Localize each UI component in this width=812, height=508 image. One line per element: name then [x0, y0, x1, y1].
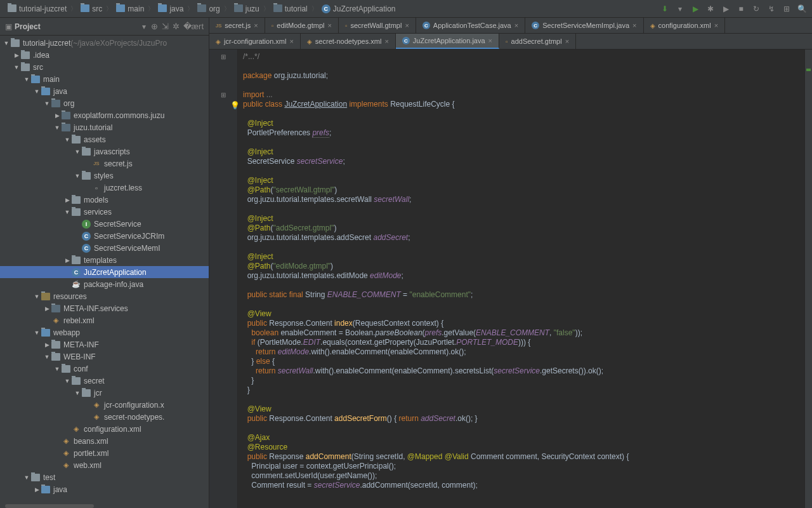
code-line[interactable]	[243, 300, 799, 309]
gutter-line[interactable]	[209, 338, 237, 347]
tree-node[interactable]: ▼tutorial-juzcret (~/java/eXoProjects/Ju…	[0, 37, 209, 49]
tree-node[interactable]: ▼test	[0, 471, 209, 483]
gutter-line[interactable]	[209, 119, 237, 128]
gutter-line[interactable]	[209, 128, 237, 138]
code-line[interactable]: Principal user = context.getUserPrincipa…	[243, 462, 799, 471]
tree-node[interactable]: ▼src	[0, 61, 209, 73]
tree-node[interactable]: CJuZcretApplication	[0, 266, 209, 278]
code-line[interactable]	[243, 166, 799, 176]
editor-tab[interactable]: ◈jcr-configuration.xml×	[209, 34, 301, 49]
code-line[interactable]: org.juzu.tutorial.templates.editMode edi…	[243, 271, 799, 281]
tree-node[interactable]: ▼services	[0, 206, 209, 218]
hide-tool-icon[interactable]: �ært	[183, 22, 204, 31]
editor-tab[interactable]: ▫editMode.gtmpl×	[265, 18, 339, 33]
tree-node[interactable]: ▼juzu.tutorial	[0, 121, 209, 133]
code-line[interactable]: org.juzu.tutorial.templates.secretWall s…	[243, 195, 799, 204]
gutter-line[interactable]	[209, 147, 237, 157]
gutter-line[interactable]	[209, 185, 237, 195]
tree-node[interactable]: ▶models	[0, 194, 209, 206]
tree-node[interactable]: ▼styles	[0, 170, 209, 182]
code-line[interactable]: @View	[243, 309, 799, 319]
gutter-line[interactable]	[209, 443, 237, 452]
gutter-line[interactable]	[209, 414, 237, 424]
code-line[interactable]: @Inject	[243, 176, 799, 185]
tree-node[interactable]: ◈configuration.xml	[0, 423, 209, 435]
expand-arrow-icon[interactable]: ▼	[3, 40, 10, 46]
expand-arrow-icon[interactable]: ▼	[74, 149, 81, 155]
gutter-line[interactable]	[209, 71, 237, 81]
tool-settings-icon[interactable]: ✲	[173, 22, 180, 31]
editor-tab[interactable]: CApplicationTestCase.java×	[416, 18, 525, 33]
code-line[interactable]: package org.juzu.tutorial;	[243, 71, 799, 81]
stop-icon[interactable]: ■	[736, 4, 746, 14]
code-line[interactable]	[243, 424, 799, 433]
code-line[interactable]: if (PortletMode.EDIT.equals(context.getP…	[243, 338, 799, 347]
expand-arrow-icon[interactable]: ▶	[63, 257, 71, 264]
tree-node[interactable]: ▼java	[0, 85, 209, 97]
tree-node[interactable]: ISecretService	[0, 218, 209, 230]
run-config-dropdown[interactable]: ▾	[675, 4, 685, 14]
tree-node[interactable]: ▶java	[0, 483, 209, 495]
tree-node[interactable]: CSecretServiceJCRIm	[0, 230, 209, 242]
expand-arrow-icon[interactable]: ▼	[53, 366, 61, 372]
editor-tab[interactable]: JSsecret.js×	[209, 18, 265, 33]
gutter-line[interactable]	[209, 366, 237, 376]
code-line[interactable]: }	[243, 385, 799, 395]
code-line[interactable]: org.juzu.tutorial.templates.addSecret ad…	[243, 233, 799, 243]
code-line[interactable]: public static final String ENABLE_COMMEN…	[243, 290, 799, 300]
collapse-all-icon[interactable]: ⇲	[162, 22, 169, 31]
close-tab-icon[interactable]: ×	[565, 37, 569, 45]
tree-node[interactable]: ▼jcr	[0, 387, 209, 399]
gutter-line[interactable]	[209, 138, 237, 147]
breadcrumb-item[interactable]: juzu	[232, 3, 262, 15]
close-tab-icon[interactable]: ×	[632, 22, 636, 29]
code-line[interactable]	[243, 109, 799, 119]
gutter-line[interactable]	[209, 62, 237, 71]
gutter-line[interactable]	[209, 433, 237, 443]
code-line[interactable]	[243, 138, 799, 147]
intention-bulb-icon[interactable]: 💡	[238, 101, 240, 110]
horizontal-scrollbar[interactable]	[5, 504, 94, 508]
code-line[interactable]: /*...*/	[243, 52, 799, 62]
expand-arrow-icon[interactable]: ▼	[23, 474, 30, 481]
code-line[interactable]: import ...	[243, 90, 799, 100]
gutter-line[interactable]	[209, 462, 237, 471]
project-tree[interactable]: ▼tutorial-juzcret (~/java/eXoProjects/Ju…	[0, 36, 209, 503]
breadcrumb-item[interactable]: java	[155, 3, 186, 15]
close-tab-icon[interactable]: ×	[254, 22, 258, 29]
code-line[interactable]: return secretWall.with().enableComment(e…	[243, 366, 799, 376]
breadcrumb-item[interactable]: CJuZcretApplication	[319, 3, 398, 15]
close-tab-icon[interactable]: ×	[405, 22, 409, 29]
code-line[interactable]: @Inject	[243, 147, 799, 157]
code-line[interactable]: @Inject	[243, 119, 799, 128]
gutter-line[interactable]	[209, 157, 237, 166]
code-editor[interactable]: /*...*/ package org.juzu.tutorial; impor…	[238, 50, 804, 508]
gutter-line[interactable]	[209, 281, 237, 290]
expand-arrow-icon[interactable]: ▼	[43, 354, 51, 360]
gutter-line[interactable]	[209, 204, 237, 214]
breadcrumb-item[interactable]: tutorial	[271, 3, 310, 15]
expand-arrow-icon[interactable]: ▼	[63, 378, 71, 384]
code-line[interactable]: public Response addComment(String secret…	[243, 452, 799, 462]
tree-node[interactable]: JSsecret.js	[0, 157, 209, 170]
run-icon[interactable]: ▶	[690, 4, 700, 14]
gutter-line[interactable]	[209, 395, 237, 404]
gutter-line[interactable]	[209, 471, 237, 481]
debug-icon[interactable]: ✱	[705, 4, 716, 14]
tree-node[interactable]: ◈secret-nodetypes.	[0, 411, 209, 423]
breadcrumb-item[interactable]: tutorial-juzcret	[5, 3, 69, 15]
search-everywhere-icon[interactable]: 🔍	[797, 4, 807, 14]
code-line[interactable]: @Path("addSecret.gtmpl")	[243, 224, 799, 233]
tree-node[interactable]: ▼secret	[0, 375, 209, 387]
tree-node[interactable]: ▶.idea	[0, 49, 209, 61]
gutter-line[interactable]	[209, 300, 237, 309]
code-line[interactable]	[243, 243, 799, 252]
tree-node[interactable]: ▼webapp	[0, 326, 209, 338]
gutter-line[interactable]	[209, 81, 237, 90]
close-tab-icon[interactable]: ×	[714, 22, 718, 29]
tree-node[interactable]: ◈web.xml	[0, 459, 209, 471]
expand-arrow-icon[interactable]: ▼	[53, 124, 61, 131]
gutter-line[interactable]	[209, 166, 237, 176]
expand-arrow-icon[interactable]: ▶	[13, 52, 20, 58]
tree-node[interactable]: ▼resources	[0, 290, 209, 302]
